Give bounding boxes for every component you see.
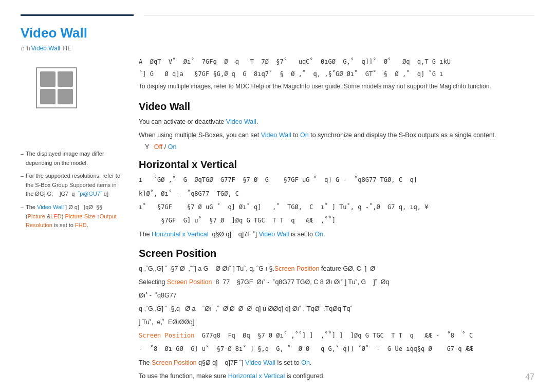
sp-body-4: Screen Position G77q8 Fq Øq §7 Ø Øı˚ ,˚˚…	[139, 330, 534, 341]
breadcrumb: ⌂ h Video Wall HE	[0, 43, 555, 57]
link-screen-pos-3[interactable]: Screen Position	[139, 332, 194, 339]
link-vw-sp[interactable]: Video Wall	[245, 359, 275, 366]
off-label[interactable]: Off	[154, 143, 162, 151]
sp-body-7: To use the function, make sure Horizonta…	[139, 371, 534, 381]
link-hxv-inline[interactable]: Horizontal x Vertical	[152, 231, 208, 238]
link-on-inline[interactable]: On	[300, 132, 309, 139]
link-vw-inline-1[interactable]: Video Wall	[226, 118, 256, 125]
link-vw-hxv[interactable]: Video Wall	[258, 231, 289, 238]
hxv-body-5: The Horizontal x Vertical q§Ø q] q]7F ˚]…	[139, 229, 534, 239]
link-fhd[interactable]: FHD	[75, 222, 87, 228]
sp-body-2: Selecting Screen Position 8 77 §7GF Øı˚ …	[139, 277, 534, 287]
intro-text-2: ˆ] G Ø q]a §7GF §G,Ø q G 8ıq7˚ § Ø ,˚ q,…	[139, 69, 534, 79]
sidebar-note-2: For the supported resolutions, refer to …	[21, 172, 123, 199]
layout: The displayed image may differ depending…	[0, 57, 555, 389]
page-number: 47	[525, 372, 534, 382]
section-horizontal-vertical: Horizontal x Vertical ı ˚GØ ,˚ G ØqTGØ G…	[139, 159, 534, 239]
section-title-video-wall: Video Wall	[139, 101, 534, 113]
sp-body-5: - ˚8 Øı GØ G] u˚ §7 Ø 8ı˚ ] §,q G, ˚ Ø Ø…	[139, 344, 534, 354]
section-video-wall: Video Wall You can activate or deactivat…	[139, 101, 534, 151]
link-pagesgroup[interactable]: ˝p@GU7˝	[78, 191, 102, 197]
home-icon: ⌂	[21, 44, 25, 52]
breadcrumb-item: h	[27, 45, 30, 52]
top-bar-right	[144, 10, 534, 15]
link-screen-pos-2[interactable]: Screen Position	[167, 278, 212, 286]
hxv-body-4: §7GF G] u˚ §7 Ø ]Øq G TGC T T q ÆÆ ,˚˚]	[139, 215, 534, 226]
section-screen-position: Screen Position q ,˚G,,G] ˚ §7 Ø ,˚˚] a …	[139, 248, 534, 381]
link-video-wall-note[interactable]: Video Wall	[37, 204, 64, 210]
icon-cell-1	[40, 71, 55, 87]
section-desc-vw-2: When using multiple S-Boxes, you can set…	[139, 130, 534, 140]
icon-cell-2	[58, 71, 73, 87]
y-label: Y	[145, 143, 149, 151]
on-off-toggle: Y Off / On	[145, 143, 534, 151]
sidebar-video-wall-icon	[36, 67, 77, 108]
main-content: A ØqT V˚ Øı˚ 7GFq Ø q T 7Ø §7˚ uqC˚ ØıGØ…	[139, 57, 534, 389]
page-title: Video Wall	[0, 20, 555, 43]
link-screen-pos-4[interactable]: Screen Position	[152, 359, 197, 366]
link-led[interactable]: LED	[50, 213, 61, 219]
sp-body-3b: ] Tu˚, e,˚ EØıØØq]	[139, 317, 534, 327]
sp-body-1: q ,˚G,,G] ˚ §7 Ø ,˚˚] a G Ø Øı˚ ] Tu˚, q…	[139, 264, 534, 274]
icon-cell-3	[40, 89, 55, 104]
hxv-body-2: k]Ø˚, Øı˚ - ˚q8G77 TGØ, C	[139, 189, 534, 199]
separator: /	[164, 143, 168, 151]
sp-body-6: The Screen Position q§Ø q] q]7F ˚] Video…	[139, 358, 534, 368]
link-vw-inline-2[interactable]: Video Wall	[261, 132, 291, 139]
link-on-hxv[interactable]: On	[315, 231, 324, 238]
hxv-body-3: ı˚ §7GF §7 Ø uG ˚ q] Øı˚ q] ,˚ TGØ, C ı˚…	[139, 202, 534, 212]
intro-text-1: A ØqT V˚ Øı˚ 7GFq Ø q T 7Ø §7˚ uqC˚ ØıGØ…	[139, 57, 534, 66]
note-text-1: The displayed image may differ depending…	[26, 151, 104, 166]
breadcrumb-separator: HE	[61, 45, 71, 52]
section-title-screen-position: Screen Position	[139, 248, 534, 259]
sidebar-notes: The displayed image may differ depending…	[21, 150, 123, 230]
link-screen-pos-1[interactable]: Screen Position	[274, 265, 320, 272]
section-title-hxv: Horizontal x Vertical	[139, 159, 534, 171]
sidebar-note-1: The displayed image may differ depending…	[21, 150, 123, 167]
section-desc-vw-1: You can activate or deactivate Video Wal…	[139, 117, 534, 127]
sp-body-2b: Øı˚ - ˚q8G77	[139, 290, 534, 301]
breadcrumb-link-video-wall[interactable]: Video Wall	[31, 45, 61, 52]
link-hxv-sp[interactable]: Horizontal x Vertical	[228, 372, 285, 380]
sp-body-3: q ,˚G,,G] ˚ §,q Ø a ˚Øı˚ ,˚ Ø Ø Ø Ø q] u…	[139, 304, 534, 314]
link-picture[interactable]: Picture	[28, 213, 45, 219]
sidebar: The displayed image may differ depending…	[21, 57, 123, 389]
top-bar	[0, 0, 555, 16]
sidebar-note-3: The Video Wall ] Ø q] ]qØ §§ (Picture &L…	[21, 203, 123, 230]
on-label[interactable]: On	[168, 143, 177, 151]
top-bar-left	[21, 9, 134, 16]
hxv-body-1: ı ˚GØ ,˚ G ØqTGØ G77F §7 Ø G §7GF uG ˚ q…	[139, 175, 534, 185]
link-picture-size[interactable]: Picture Size	[65, 213, 95, 219]
intro-desc: To display multiple images, refer to MDC…	[139, 82, 534, 91]
link-on-sp[interactable]: On	[301, 359, 310, 366]
icon-cell-4	[58, 89, 73, 104]
